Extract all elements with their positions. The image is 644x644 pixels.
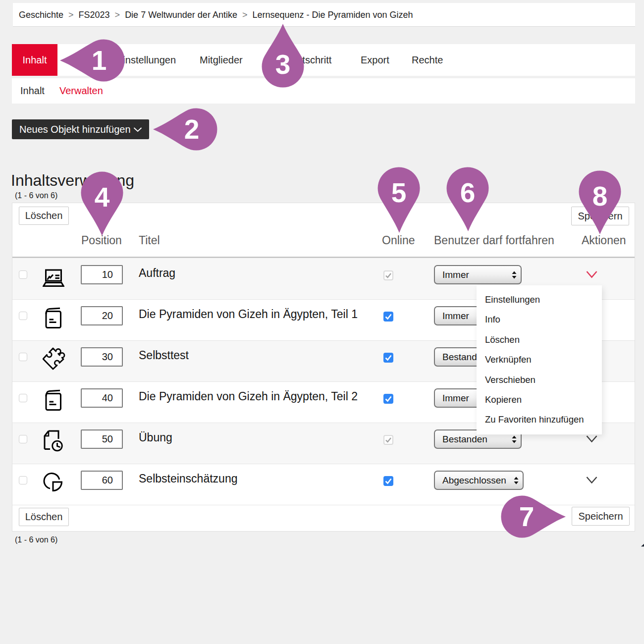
svg-text:7: 7 bbox=[519, 501, 535, 532]
svg-text:5: 5 bbox=[391, 177, 407, 208]
svg-text:8: 8 bbox=[592, 181, 608, 212]
svg-text:6: 6 bbox=[460, 177, 476, 208]
svg-text:3: 3 bbox=[275, 49, 291, 80]
svg-text:4: 4 bbox=[95, 182, 110, 213]
svg-text:1: 1 bbox=[92, 45, 107, 76]
svg-text:2: 2 bbox=[184, 114, 200, 145]
